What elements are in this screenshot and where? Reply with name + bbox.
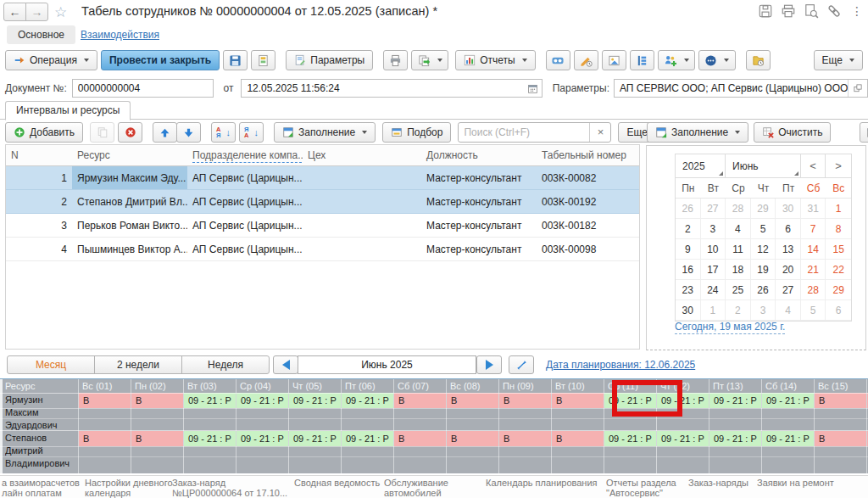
nav-forward-button[interactable]: →: [25, 3, 48, 21]
taskbar-item[interactable]: Настройки дневногокалендаря: [85, 478, 173, 498]
calendar-day[interactable]: 6: [776, 219, 801, 239]
calendar-day[interactable]: 16: [676, 260, 701, 280]
year-select[interactable]: 2025: [676, 154, 726, 177]
parameters-button[interactable]: Параметры: [286, 50, 373, 70]
schedule-cell[interactable]: В: [552, 393, 604, 408]
calendar-day[interactable]: 28: [726, 199, 751, 219]
clear-search-icon[interactable]: ×: [589, 123, 610, 142]
calendar-day[interactable]: 25: [726, 280, 751, 300]
table-cell[interactable]: Мастер-консультант: [421, 166, 537, 190]
post-button[interactable]: [223, 50, 248, 70]
planning-date-link[interactable]: Дата планирования: 12.06.2025: [546, 359, 695, 371]
schedule-cell[interactable]: 09 - 21 : Р: [762, 431, 814, 446]
calendar-day[interactable]: 5: [751, 219, 776, 239]
schedule-cell[interactable]: В: [499, 393, 551, 408]
calendar-day[interactable]: 24: [701, 280, 726, 300]
calendar-day[interactable]: 7: [801, 219, 826, 239]
sort-ascending-button[interactable]: АЯ↓: [211, 122, 236, 143]
discuss-button[interactable]: [698, 50, 736, 70]
calendar-day[interactable]: 3: [701, 219, 726, 239]
schedule-cell[interactable]: 09 - 21 : Р: [657, 431, 709, 446]
calendar-day[interactable]: 30: [676, 300, 701, 321]
table-row[interactable]: 1Ярмузин Максим Эду...АП Сервис (Царицын…: [6, 166, 640, 190]
calendar-day[interactable]: 8: [826, 219, 851, 239]
table-cell[interactable]: [303, 166, 421, 190]
table-cell[interactable]: Перьков Роман Викто...: [72, 214, 187, 238]
schedule-cell[interactable]: 09 - 21 : Р: [604, 431, 656, 446]
taskbar-item[interactable]: Календарь планирования: [486, 478, 598, 489]
menu-kebab-icon[interactable]: ⋮: [849, 3, 865, 19]
calendar-day[interactable]: 28: [801, 280, 826, 300]
table-cell[interactable]: АП Сервис (Царицын...: [187, 166, 303, 190]
today-link[interactable]: Сегодня, 19 мая 2025 г.: [675, 321, 785, 334]
table-cell[interactable]: 003К-00182: [537, 214, 640, 238]
schedule-cell[interactable]: 09 - 21 : Р: [184, 431, 236, 446]
schedule-cell[interactable]: В: [499, 431, 551, 446]
schedule-cell[interactable]: 09 - 21 : Р: [342, 393, 393, 408]
schedule-cell[interactable]: 09 - 21 : Р: [289, 431, 341, 446]
create-based-on-button[interactable]: [411, 50, 448, 70]
taskbar-item[interactable]: Заказ-наряды: [688, 478, 748, 489]
table-cell[interactable]: 003К-00192: [537, 190, 640, 214]
next-month-button[interactable]: >: [826, 154, 851, 177]
col-header-position[interactable]: Должность: [421, 145, 537, 166]
move-down-button[interactable]: [176, 122, 201, 143]
copy-row-button[interactable]: [90, 122, 114, 143]
calendar-day[interactable]: 29: [751, 199, 776, 219]
more-button[interactable]: Еще: [814, 50, 863, 70]
delete-row-button[interactable]: [118, 122, 142, 143]
pick-button[interactable]: Подбор: [382, 122, 451, 143]
schedule-cell[interactable]: 09 - 21 : Р: [236, 431, 288, 446]
operation-button[interactable]: Операция: [5, 50, 97, 70]
table-cell[interactable]: 3: [6, 214, 72, 238]
next-period-button[interactable]: [476, 355, 502, 374]
table-row[interactable]: 2Степанов Дмитрий Вл...АП Сервис (Царицы…: [6, 190, 640, 214]
structure-button[interactable]: [630, 50, 654, 70]
print-button[interactable]: [383, 50, 408, 70]
table-cell[interactable]: Мастер-консультант: [421, 214, 537, 238]
calendar-day[interactable]: 20: [776, 260, 801, 280]
col-header-tab-number[interactable]: Табельный номер: [537, 145, 640, 166]
calendar-day[interactable]: 23: [676, 280, 701, 300]
scale-button[interactable]: [509, 355, 534, 374]
schedule-cell[interactable]: В: [815, 431, 866, 446]
schedule-cell[interactable]: В: [131, 393, 183, 408]
schedule-cell[interactable]: В: [394, 393, 446, 408]
schedule-resource-name[interactable]: СтепановДмитрийВладимирович: [5, 432, 76, 470]
calendar-day[interactable]: 10: [701, 239, 726, 260]
add-row-button[interactable]: Добавить: [5, 122, 83, 143]
link-icon[interactable]: [826, 3, 842, 19]
schedule-cell[interactable]: 09 - 21 : Р: [236, 393, 288, 408]
tab-interactions[interactable]: Взаимодействия: [81, 29, 159, 41]
prev-month-button[interactable]: <: [801, 154, 826, 177]
calendar-settings-button[interactable]: [860, 122, 868, 143]
calendar-day[interactable]: 4: [776, 300, 801, 321]
post-and-close-button[interactable]: Провести и закрыть: [101, 50, 220, 70]
prev-period-button[interactable]: [273, 355, 298, 374]
taskbar-item[interactable]: Заявки на ремонт: [757, 478, 834, 489]
document-number-input[interactable]: [73, 81, 214, 96]
table-cell[interactable]: Мастер-консультант: [421, 190, 537, 214]
calendar-day[interactable]: 4: [726, 219, 751, 239]
table-cell[interactable]: 003К-00082: [537, 166, 640, 190]
calendar-day[interactable]: 19: [751, 260, 776, 280]
calendar-day[interactable]: 3: [751, 300, 776, 321]
calendar-day[interactable]: 18: [726, 260, 751, 280]
tab-intervals-resources[interactable]: Интервалы и ресурсы: [5, 101, 131, 120]
table-cell[interactable]: Ярмузин Максим Эду...: [72, 166, 187, 190]
taskbar-item[interactable]: Отчеты раздела"Автосервис": [606, 478, 676, 498]
col-header-n[interactable]: N: [6, 145, 72, 166]
parameters-value[interactable]: АП СЕРВИС ООО; АП Сервис (Царицыно) ООО;…: [615, 82, 848, 94]
clear-schedule-button[interactable]: Очистить: [754, 122, 831, 143]
calendar-day[interactable]: 1: [826, 199, 851, 219]
calendar-day[interactable]: 31: [801, 199, 826, 219]
history-file-button[interactable]: [746, 50, 771, 70]
add-performers-button[interactable]: [658, 50, 695, 70]
save-icon[interactable]: [758, 3, 773, 19]
schedule-cell[interactable]: В: [131, 431, 183, 446]
calendar-day[interactable]: 5: [801, 300, 826, 321]
favorite-star-icon[interactable]: ☆: [54, 3, 67, 21]
schedule-resource-name[interactable]: ЯрмузинМаксимЭдуардович: [5, 394, 76, 432]
table-cell[interactable]: АП Сервис (Царицын...: [187, 190, 303, 214]
reports-button[interactable]: Отчеты: [455, 50, 535, 70]
